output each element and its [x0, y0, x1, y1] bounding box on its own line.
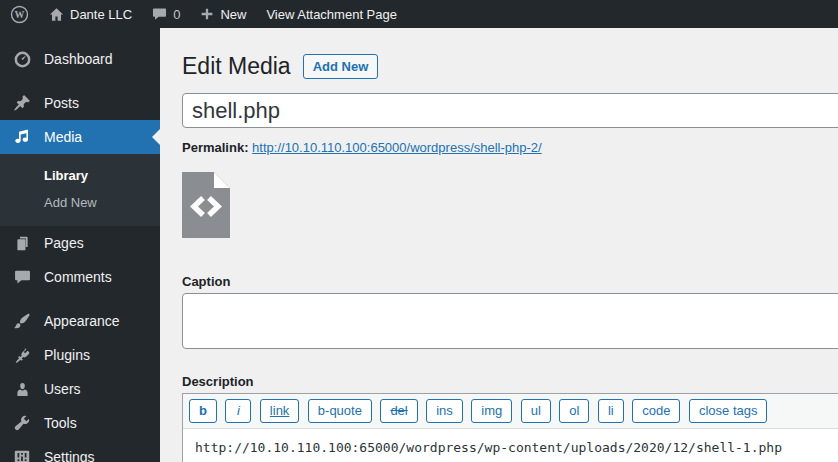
- edit-media-page: Edit Media Add New Permalink: http://10.…: [160, 28, 838, 462]
- quicktag-ol-button[interactable]: ol: [559, 399, 589, 423]
- sidebar-item-label: Users: [44, 381, 81, 397]
- admin-bar: W Dante LLC 0 New View Attachment Page: [0, 0, 838, 28]
- sidebar-item-dashboard[interactable]: Dashboard: [0, 42, 160, 76]
- pushpin-icon: [10, 93, 34, 113]
- view-attachment-page-link[interactable]: View Attachment Page: [258, 0, 405, 28]
- page-header: Edit Media Add New: [182, 52, 838, 80]
- dashboard-icon: [10, 49, 34, 69]
- quicktags-toolbar: b i link b-quote del ins img ul ol li co…: [183, 394, 838, 429]
- quicktag-bquote-button[interactable]: b-quote: [308, 399, 372, 423]
- submenu-item-label: Library: [44, 168, 88, 183]
- comment-icon: [10, 267, 34, 287]
- caption-textarea[interactable]: [182, 293, 838, 349]
- description-textarea[interactable]: http://10.10.110.100:65000/wordpress/wp-…: [183, 429, 838, 462]
- submenu-item-library[interactable]: Library: [0, 162, 160, 189]
- sidebar-item-settings[interactable]: Settings: [0, 440, 160, 462]
- menu-separator: [0, 294, 160, 304]
- sidebar-item-label: Posts: [44, 95, 79, 111]
- home-icon: [49, 7, 64, 22]
- wordpress-logo-icon: W: [10, 5, 29, 24]
- quicktag-ul-button[interactable]: ul: [521, 399, 551, 423]
- code-file-icon: [182, 172, 230, 238]
- user-icon: [10, 379, 34, 399]
- plugin-icon: [10, 345, 34, 365]
- comments-count: 0: [173, 7, 180, 22]
- sidebar-item-posts[interactable]: Posts: [0, 86, 160, 120]
- sidebar-item-comments[interactable]: Comments: [0, 260, 160, 294]
- sidebar-item-plugins[interactable]: Plugins: [0, 338, 160, 372]
- admin-sidebar: Dashboard Posts Media Library Add New Pa…: [0, 28, 160, 462]
- quicktag-code-button[interactable]: code: [632, 399, 680, 423]
- site-name: Dante LLC: [70, 7, 132, 22]
- svg-text:W: W: [15, 9, 25, 20]
- quicktag-li-button[interactable]: li: [598, 399, 624, 423]
- quicktag-link-button[interactable]: link: [260, 399, 300, 423]
- page-title: Edit Media: [182, 52, 291, 80]
- quicktag-italic-button[interactable]: i: [225, 399, 251, 423]
- description-label: Description: [182, 374, 838, 389]
- quicktag-del-button[interactable]: del: [380, 399, 417, 423]
- sidebar-item-label: Appearance: [44, 313, 120, 329]
- permalink-label: Permalink:: [182, 140, 248, 155]
- comment-icon: [152, 7, 167, 21]
- settings-panel-icon: [10, 447, 34, 462]
- media-note-icon: [10, 127, 34, 147]
- sidebar-item-pages[interactable]: Pages: [0, 226, 160, 260]
- new-label: New: [220, 7, 246, 22]
- new-content-menu[interactable]: New: [192, 0, 254, 28]
- quicktag-ins-button[interactable]: ins: [426, 399, 463, 423]
- menu-separator: [0, 76, 160, 86]
- view-attachment-label: View Attachment Page: [266, 7, 397, 22]
- paintbrush-icon: [10, 311, 34, 331]
- sidebar-item-media[interactable]: Media: [0, 120, 160, 154]
- sidebar-item-label: Comments: [44, 269, 112, 285]
- submenu-item-label: Add New: [44, 195, 97, 210]
- sidebar-item-label: Plugins: [44, 347, 90, 363]
- sidebar-item-label: Media: [44, 129, 82, 145]
- sidebar-item-users[interactable]: Users: [0, 372, 160, 406]
- pages-icon: [10, 233, 34, 253]
- sidebar-item-label: Tools: [44, 415, 77, 431]
- plus-icon: [200, 7, 214, 21]
- add-new-button[interactable]: Add New: [303, 54, 379, 79]
- description-editor: b i link b-quote del ins img ul ol li co…: [182, 393, 838, 462]
- wordpress-menu[interactable]: W: [2, 0, 37, 28]
- quicktag-img-button[interactable]: img: [471, 399, 512, 423]
- wrench-icon: [10, 413, 34, 433]
- sidebar-item-label: Pages: [44, 235, 84, 251]
- media-title-input[interactable]: [182, 93, 838, 128]
- sidebar-item-appearance[interactable]: Appearance: [0, 304, 160, 338]
- quicktag-closetags-button[interactable]: close tags: [689, 399, 768, 423]
- sidebar-item-label: Dashboard: [44, 51, 113, 67]
- permalink-link[interactable]: http://10.10.110.100:65000/wordpress/she…: [252, 140, 542, 155]
- media-submenu: Library Add New: [0, 154, 160, 226]
- caption-label: Caption: [182, 274, 838, 289]
- permalink-row: Permalink: http://10.10.110.100:65000/wo…: [182, 140, 838, 155]
- quicktag-bold-button[interactable]: b: [189, 399, 217, 423]
- sidebar-item-tools[interactable]: Tools: [0, 406, 160, 440]
- comments-menu[interactable]: 0: [144, 0, 188, 28]
- submenu-item-add-new[interactable]: Add New: [0, 189, 160, 216]
- sidebar-item-label: Settings: [44, 449, 95, 462]
- site-name-menu[interactable]: Dante LLC: [41, 0, 140, 28]
